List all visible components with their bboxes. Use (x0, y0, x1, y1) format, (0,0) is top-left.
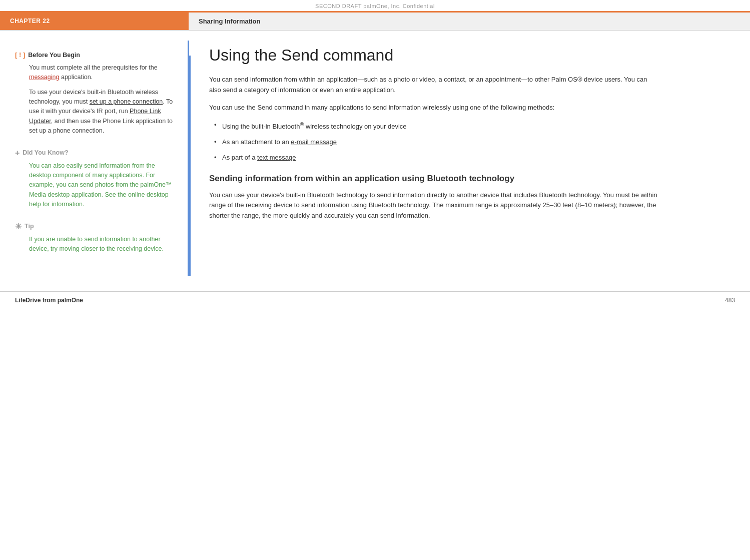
tip-body: If you are unable to send information to… (15, 235, 175, 254)
main-content: [ ! ] Before You Begin You must complete… (0, 31, 750, 276)
text-message-link[interactable]: text message (257, 154, 296, 161)
tip-title: Tip (25, 222, 34, 231)
did-you-know-text: You can also easily send information fro… (29, 161, 175, 210)
page-title: Using the Send command (209, 46, 730, 65)
bullet-1-text-suffix: wireless technology on your device (304, 123, 406, 130)
did-you-know-header: + Did You Know? (15, 148, 175, 158)
did-you-know-section: + Did You Know? You can also easily send… (15, 148, 175, 209)
list-item: Using the built-in Bluetooth® wireless t… (214, 120, 730, 132)
before-you-begin-para1: You must complete all the prerequisites … (29, 63, 175, 83)
before-you-begin-para2: To use your device's built-in Bluetooth … (29, 88, 175, 136)
bullet-1-text-prefix: Using the built-in Bluetooth (222, 123, 300, 130)
asterisk-icon: ✳ (15, 222, 22, 231)
bullet-2-text-prefix: As an attachment to an (222, 138, 291, 146)
messaging-link[interactable]: messaging (29, 74, 59, 81)
tip-section: ✳ Tip If you are unable to send informat… (15, 222, 175, 254)
before-you-begin-header: [ ! ] Before You Begin (15, 51, 175, 60)
header-bar: CHAPTER 22 Sharing Information (0, 11, 750, 31)
chapter-label: CHAPTER 22 (0, 13, 188, 30)
main-area: Using the Send command You can send info… (188, 41, 750, 276)
before-you-begin-section: [ ! ] Before You Begin You must complete… (15, 51, 175, 136)
intro-paragraph-1: You can send information from within an … (209, 75, 659, 96)
footer: LifeDrive from palmOne 483 (0, 291, 750, 309)
watermark: SECOND DRAFT palmOne, Inc. Confidential (0, 0, 750, 11)
exclamation-icon: [ ! ] (15, 51, 25, 60)
intro-paragraph-2: You can use the Send command in many app… (209, 103, 659, 113)
sidebar: [ ! ] Before You Begin You must complete… (0, 41, 188, 276)
bullet-3-text-prefix: As part of a (222, 154, 257, 161)
list-item: As an attachment to an e-mail message (214, 137, 730, 148)
footer-page-number: 483 (725, 297, 735, 304)
footer-logo: LifeDrive from palmOne (15, 297, 83, 304)
email-message-link[interactable]: e-mail message (291, 138, 337, 146)
tip-text: If you are unable to send information to… (29, 235, 175, 254)
section-bluetooth-para: You can use your device's built-in Bluet… (209, 190, 659, 221)
list-item: As part of a text message (214, 153, 730, 163)
section-heading-bluetooth: Sending information from within an appli… (209, 173, 659, 184)
did-you-know-title: Did You Know? (23, 148, 68, 158)
plus-icon: + (15, 148, 20, 158)
methods-list: Using the built-in Bluetooth® wireless t… (209, 120, 730, 163)
phone-connection-link[interactable]: set up a phone connection (90, 98, 163, 105)
tip-header: ✳ Tip (15, 222, 175, 231)
did-you-know-body: You can also easily send information fro… (15, 161, 175, 210)
before-you-begin-body: You must complete all the prerequisites … (15, 63, 175, 136)
before-you-begin-title: Before You Begin (28, 51, 80, 60)
section-title-header: Sharing Information (188, 13, 750, 30)
